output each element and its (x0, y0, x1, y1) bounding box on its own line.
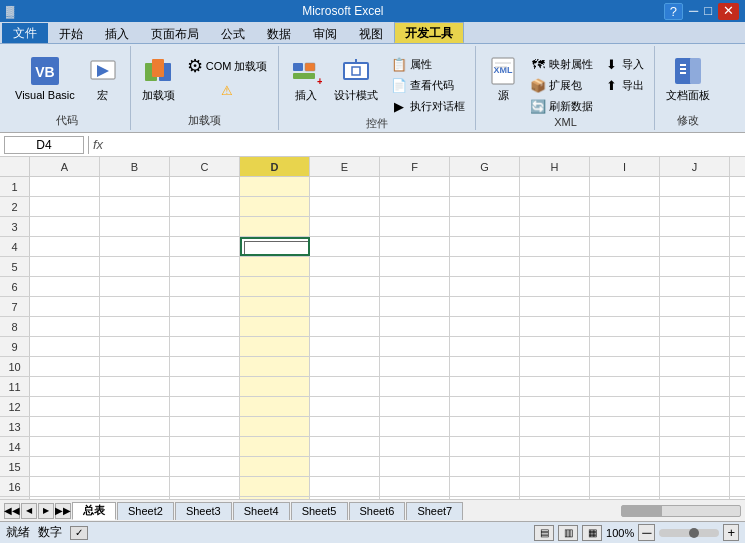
cell-A6[interactable] (30, 277, 100, 296)
cell-A8[interactable] (30, 317, 100, 336)
cell-D11[interactable] (240, 377, 310, 396)
macro-button[interactable]: 宏 (82, 52, 124, 105)
cell-E2[interactable] (310, 197, 380, 216)
com-addins-button[interactable]: ⚙ COM 加载项 (182, 52, 273, 80)
tab-developer[interactable]: 开发工具 (394, 22, 464, 43)
cell-E4[interactable] (310, 237, 380, 256)
col-header-b[interactable]: B (100, 157, 170, 176)
cell-A5[interactable] (30, 257, 100, 276)
zoom-plus-button[interactable]: + (723, 524, 739, 541)
cell-A13[interactable] (30, 417, 100, 436)
scrollbar-thumb[interactable] (622, 506, 662, 516)
col-header-h[interactable]: H (520, 157, 590, 176)
cell-H7[interactable] (520, 297, 590, 316)
cell-J6[interactable] (660, 277, 730, 296)
cell-B6[interactable] (100, 277, 170, 296)
cell-I1[interactable] (590, 177, 660, 196)
row-header-2[interactable]: 2 (0, 197, 30, 216)
restore-button[interactable]: □ (704, 3, 712, 20)
cell-C3[interactable] (170, 217, 240, 236)
cell-I9[interactable] (590, 337, 660, 356)
cell-C11[interactable] (170, 377, 240, 396)
cell-C12[interactable] (170, 397, 240, 416)
sheet-tab-7[interactable]: Sheet7 (406, 502, 463, 520)
col-header-a[interactable]: A (30, 157, 100, 176)
zoom-minus-button[interactable]: ─ (638, 524, 655, 541)
row-header-8[interactable]: 8 (0, 317, 30, 336)
cell-E9[interactable] (310, 337, 380, 356)
cell-C13[interactable] (170, 417, 240, 436)
cell-B11[interactable] (100, 377, 170, 396)
cell-E3[interactable] (310, 217, 380, 236)
cell-F12[interactable] (380, 397, 450, 416)
cell-H5[interactable] (520, 257, 590, 276)
row-header-7[interactable]: 7 (0, 297, 30, 316)
tab-review[interactable]: 审阅 (302, 23, 348, 43)
cell-I2[interactable] (590, 197, 660, 216)
cell-F8[interactable] (380, 317, 450, 336)
cell-D16[interactable] (240, 477, 310, 496)
cell-F7[interactable] (380, 297, 450, 316)
cell-J10[interactable] (660, 357, 730, 376)
cell-C7[interactable] (170, 297, 240, 316)
cell-G9[interactable] (450, 337, 520, 356)
page-break-view-button[interactable]: ▦ (582, 525, 602, 541)
cell-A16[interactable] (30, 477, 100, 496)
cell-A3[interactable] (30, 217, 100, 236)
row-header-14[interactable]: 14 (0, 437, 30, 456)
cell-F15[interactable] (380, 457, 450, 476)
status-icon-btn[interactable]: ✓ (70, 526, 88, 540)
cell-F14[interactable] (380, 437, 450, 456)
run-dialog-button[interactable]: ▶ 执行对话框 (387, 96, 469, 116)
cell-E8[interactable] (310, 317, 380, 336)
formula-input[interactable] (107, 138, 741, 152)
cell-G1[interactable] (450, 177, 520, 196)
horizontal-scrollbar[interactable] (621, 505, 741, 517)
cell-I3[interactable] (590, 217, 660, 236)
cell-D5[interactable] (240, 257, 310, 276)
zoom-thumb[interactable] (689, 528, 699, 538)
col-header-d[interactable]: D (240, 157, 310, 176)
cell-J8[interactable] (660, 317, 730, 336)
cell-C14[interactable] (170, 437, 240, 456)
cell-J13[interactable] (660, 417, 730, 436)
cell-J14[interactable] (660, 437, 730, 456)
cell-F2[interactable] (380, 197, 450, 216)
cell-C9[interactable] (170, 337, 240, 356)
cell-B9[interactable] (100, 337, 170, 356)
cell-G2[interactable] (450, 197, 520, 216)
row-header-5[interactable]: 5 (0, 257, 30, 276)
row-header-15[interactable]: 15 (0, 457, 30, 476)
cell-F4[interactable] (380, 237, 450, 256)
cell-D12[interactable] (240, 397, 310, 416)
cell-H3[interactable] (520, 217, 590, 236)
cell-B8[interactable] (100, 317, 170, 336)
tab-data[interactable]: 数据 (256, 23, 302, 43)
cell-F6[interactable] (380, 277, 450, 296)
sheet-tab-2[interactable]: Sheet2 (117, 502, 174, 520)
cell-E16[interactable] (310, 477, 380, 496)
cell-B1[interactable] (100, 177, 170, 196)
cell-F16[interactable] (380, 477, 450, 496)
cell-I12[interactable] (590, 397, 660, 416)
row-header-6[interactable]: 6 (0, 277, 30, 296)
cell-G8[interactable] (450, 317, 520, 336)
cell-B13[interactable] (100, 417, 170, 436)
cell-J16[interactable] (660, 477, 730, 496)
sheet-tab-3[interactable]: Sheet3 (175, 502, 232, 520)
cell-J15[interactable] (660, 457, 730, 476)
cell-E12[interactable] (310, 397, 380, 416)
view-code-button[interactable]: 📄 查看代码 (387, 75, 469, 95)
cell-E13[interactable] (310, 417, 380, 436)
cell-B2[interactable] (100, 197, 170, 216)
cell-F11[interactable] (380, 377, 450, 396)
export-button[interactable]: ⬆ 导出 (599, 75, 648, 95)
cell-C16[interactable] (170, 477, 240, 496)
cell-J2[interactable] (660, 197, 730, 216)
cell-H16[interactable] (520, 477, 590, 496)
cell-H10[interactable] (520, 357, 590, 376)
cell-J11[interactable] (660, 377, 730, 396)
col-header-g[interactable]: G (450, 157, 520, 176)
cell-C2[interactable] (170, 197, 240, 216)
cell-I15[interactable] (590, 457, 660, 476)
